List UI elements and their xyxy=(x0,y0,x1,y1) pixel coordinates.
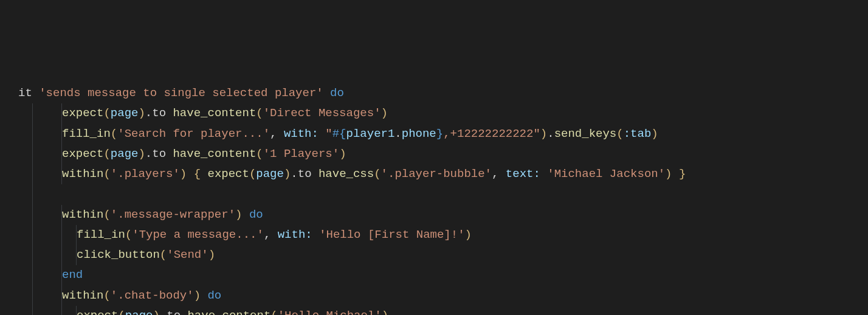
token-pn: ( xyxy=(103,167,110,181)
code-content[interactable]: within('.message-wrapper') do xyxy=(15,205,868,225)
token-var: page xyxy=(125,309,153,315)
code-text[interactable]: click_button('Send') xyxy=(15,245,868,265)
gutter xyxy=(0,286,15,306)
token-str: 'sends message to single selected player… xyxy=(39,86,323,100)
token-str: 'Type a message...' xyxy=(132,228,264,241)
code-line[interactable]: fill_in('Search for player...', with: "#… xyxy=(0,124,868,144)
token-str: 'Search for player...' xyxy=(117,127,270,140)
code-content[interactable]: fill_in('Search for player...', with: "#… xyxy=(15,124,868,144)
code-content[interactable]: end xyxy=(15,265,868,285)
token-plain xyxy=(166,147,173,161)
token-pn: ( xyxy=(616,127,623,140)
token-sym: with: xyxy=(284,127,319,140)
token-plain: to xyxy=(167,309,181,315)
token-pn: ( xyxy=(103,106,110,120)
code-text[interactable]: within('.chat-body') do xyxy=(15,286,868,306)
code-content[interactable]: expect(page).to have_content('Hello Mich… xyxy=(15,306,868,315)
gutter xyxy=(0,164,15,184)
gutter xyxy=(0,245,15,265)
token-plain xyxy=(672,167,679,181)
token-pn: { xyxy=(194,167,201,181)
token-pn: ) xyxy=(665,167,672,181)
token-str: '.message-wrapper' xyxy=(111,208,235,221)
code-line[interactable]: within('.message-wrapper') do xyxy=(0,205,868,225)
code-editor[interactable]: it 'sends message to single selected pla… xyxy=(0,83,868,315)
token-pn: ( xyxy=(103,208,110,221)
code-text[interactable]: within('.players') { expect(page).to hav… xyxy=(15,164,868,184)
token-kw: do xyxy=(330,86,344,100)
code-content[interactable]: expect(page).to have_content('Direct Mes… xyxy=(15,103,868,123)
gutter xyxy=(0,184,15,204)
code-line[interactable]: expect(page).to have_content('1 Players'… xyxy=(0,144,868,164)
code-line[interactable]: expect(page).to have_content('Direct Mes… xyxy=(0,103,868,123)
token-plain xyxy=(181,309,187,315)
code-line[interactable]: click_button('Send') xyxy=(0,245,868,265)
token-pn: ( xyxy=(125,228,132,241)
token-pn: ) xyxy=(651,127,658,140)
code-text[interactable] xyxy=(15,184,868,204)
token-plain: , xyxy=(270,127,284,140)
token-fn: expect xyxy=(62,106,103,120)
token-str: '.players' xyxy=(111,167,180,181)
token-sym: text: xyxy=(506,167,540,181)
token-plain xyxy=(242,208,249,221)
token-plain xyxy=(312,167,319,181)
token-str: 'Send' xyxy=(167,248,208,261)
code-text[interactable]: within('.message-wrapper') do xyxy=(15,205,868,225)
token-str: " xyxy=(325,127,332,140)
token-fn: have_content xyxy=(173,147,256,161)
token-kw: end xyxy=(62,268,83,282)
token-op: . xyxy=(145,147,152,161)
code-content[interactable]: it 'sends message to single selected pla… xyxy=(15,83,868,103)
token-fn: expect xyxy=(207,167,249,181)
code-line[interactable]: expect(page).to have_content('Hello Mich… xyxy=(0,306,868,315)
code-line[interactable] xyxy=(0,184,868,204)
code-content[interactable]: within('.chat-body') do xyxy=(15,286,868,306)
code-line[interactable]: end xyxy=(0,265,868,285)
token-pn: ( xyxy=(270,309,277,315)
token-fn: have_css xyxy=(319,167,374,181)
token-pn: ) xyxy=(194,289,201,302)
code-text[interactable]: expect(page).to have_content('Hello Mich… xyxy=(15,306,868,315)
gutter xyxy=(0,124,15,144)
token-plain xyxy=(166,106,173,120)
code-content[interactable]: expect(page).to have_content('1 Players'… xyxy=(15,144,868,164)
token-pn: ) xyxy=(540,127,547,140)
token-plain xyxy=(62,187,69,201)
code-content[interactable] xyxy=(15,184,868,204)
code-line[interactable]: within('.players') { expect(page).to hav… xyxy=(0,164,868,184)
code-text[interactable]: fill_in('Type a message...', with: 'Hell… xyxy=(15,225,868,245)
token-plain xyxy=(319,127,325,140)
token-pn: ( xyxy=(249,167,256,181)
token-var: player1 xyxy=(346,127,395,140)
token-plain: to xyxy=(298,167,312,181)
code-text[interactable]: expect(page).to have_content('Direct Mes… xyxy=(15,103,868,123)
code-content[interactable]: within('.players') { expect(page).to hav… xyxy=(15,164,868,184)
code-text[interactable]: end xyxy=(15,265,868,285)
token-plain xyxy=(201,289,207,302)
token-pn: ) xyxy=(138,106,145,120)
token-var: page xyxy=(111,106,139,120)
token-pn: ( xyxy=(256,147,263,161)
code-text[interactable]: it 'sends message to single selected pla… xyxy=(15,83,868,103)
code-line[interactable]: fill_in('Type a message...', with: 'Hell… xyxy=(0,225,868,245)
token-str: 'Direct Messages' xyxy=(263,106,381,120)
token-fn: within xyxy=(62,208,103,221)
code-text[interactable]: fill_in('Search for player...', with: "#… xyxy=(15,124,868,144)
code-text[interactable]: expect(page).to have_content('1 Players'… xyxy=(15,144,868,164)
code-line[interactable]: within('.chat-body') do xyxy=(0,286,868,306)
token-fn: expect xyxy=(62,147,103,161)
token-pn: ) xyxy=(235,208,242,221)
token-plain xyxy=(312,228,319,241)
token-plain xyxy=(187,167,193,181)
token-fn: within xyxy=(62,289,103,302)
token-str: '.chat-body' xyxy=(111,289,194,302)
code-line[interactable]: it 'sends message to single selected pla… xyxy=(0,83,868,103)
code-content[interactable]: click_button('Send') xyxy=(15,245,868,265)
token-fn: expect xyxy=(77,309,118,315)
token-str: 'Hello [First Name]!' xyxy=(319,228,464,241)
code-content[interactable]: fill_in('Type a message...', with: 'Hell… xyxy=(15,225,868,245)
token-pn: ) xyxy=(153,309,159,315)
token-pn: ( xyxy=(103,289,110,302)
token-plain xyxy=(540,167,547,181)
